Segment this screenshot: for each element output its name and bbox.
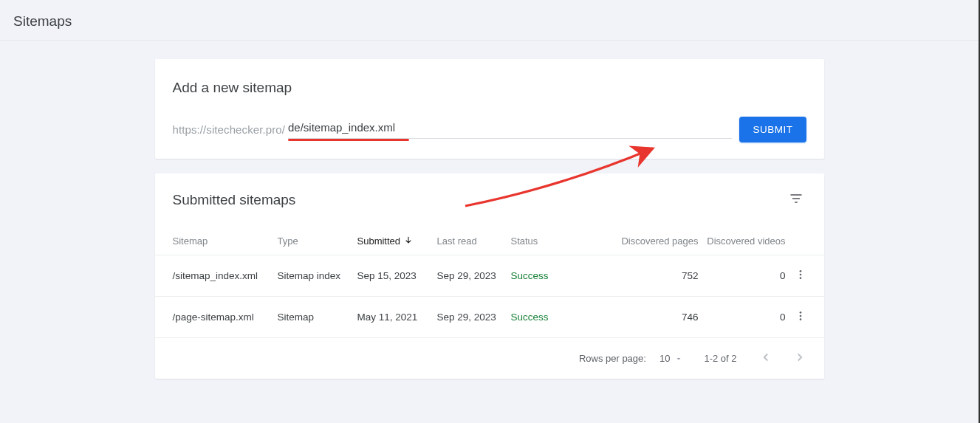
column-header-submitted-label: Submitted bbox=[357, 235, 401, 247]
svg-point-3 bbox=[799, 270, 801, 272]
cell-videos: 0 bbox=[699, 312, 786, 323]
filter-icon[interactable] bbox=[786, 188, 806, 212]
rows-per-page-value: 10 bbox=[659, 353, 670, 364]
cell-submitted: May 11, 2021 bbox=[357, 312, 437, 323]
cell-pages: 746 bbox=[585, 312, 699, 323]
page-title: Sitemaps bbox=[0, 0, 979, 41]
cell-sitemap: /sitemap_index.xml bbox=[173, 270, 278, 281]
cell-type: Sitemap bbox=[278, 312, 357, 323]
annotation-underline bbox=[288, 139, 409, 141]
column-header-sitemap[interactable]: Sitemap bbox=[173, 235, 278, 247]
sitemap-url-field-wrap bbox=[288, 121, 733, 139]
cell-status: Success bbox=[511, 270, 585, 281]
svg-point-5 bbox=[799, 277, 801, 279]
sitemap-url-row: https://sitechecker.pro/ SUBMIT bbox=[173, 117, 806, 142]
dropdown-triangle-icon bbox=[674, 354, 683, 363]
column-header-last-read[interactable]: Last read bbox=[437, 235, 511, 247]
cell-pages: 752 bbox=[585, 270, 699, 281]
cell-videos: 0 bbox=[699, 270, 786, 281]
table-row[interactable]: /sitemap_index.xml Sitemap index Sep 15,… bbox=[155, 255, 824, 296]
svg-point-6 bbox=[799, 312, 801, 314]
sitemap-url-input[interactable] bbox=[288, 121, 733, 138]
submitted-header: Submitted sitemaps bbox=[155, 173, 824, 227]
chevron-left-icon[interactable] bbox=[758, 349, 774, 368]
add-sitemap-card: Add a new sitemap https://sitechecker.pr… bbox=[155, 59, 824, 159]
column-header-pages[interactable]: Discovered pages bbox=[585, 235, 699, 247]
submit-button[interactable]: SUBMIT bbox=[739, 117, 806, 142]
submitted-sitemaps-card: Submitted sitemaps Sitemap Type Submitte… bbox=[155, 173, 824, 379]
column-header-submitted[interactable]: Submitted bbox=[357, 235, 437, 247]
rows-per-page-label: Rows per page: bbox=[579, 353, 646, 364]
url-prefix-label: https://sitechecker.pro/ bbox=[173, 123, 285, 136]
cell-sitemap: /page-sitemap.xml bbox=[173, 312, 278, 323]
cell-actions bbox=[786, 269, 806, 283]
submitted-sitemaps-heading: Submitted sitemaps bbox=[173, 192, 296, 208]
column-header-type[interactable]: Type bbox=[278, 235, 357, 247]
cell-last-read: Sep 29, 2023 bbox=[437, 312, 511, 323]
rows-per-page-select[interactable]: 10 bbox=[659, 353, 683, 364]
cell-last-read: Sep 29, 2023 bbox=[437, 270, 511, 281]
table-header-row: Sitemap Type Submitted Last read Status … bbox=[155, 227, 824, 255]
cell-submitted: Sep 15, 2023 bbox=[357, 270, 437, 281]
chevron-right-icon[interactable] bbox=[792, 349, 808, 368]
cell-type: Sitemap index bbox=[278, 270, 357, 281]
table-footer: Rows per page: 10 1-2 of 2 bbox=[155, 337, 824, 379]
add-sitemap-heading: Add a new sitemap bbox=[173, 80, 806, 96]
arrow-down-icon bbox=[403, 235, 414, 246]
svg-point-8 bbox=[799, 318, 801, 320]
svg-point-4 bbox=[799, 274, 801, 276]
pagination-range: 1-2 of 2 bbox=[704, 353, 736, 364]
cell-actions bbox=[786, 310, 806, 324]
table-row[interactable]: /page-sitemap.xml Sitemap May 11, 2021 S… bbox=[155, 296, 824, 337]
column-header-videos[interactable]: Discovered videos bbox=[699, 235, 786, 247]
more-icon[interactable] bbox=[795, 310, 806, 324]
svg-point-7 bbox=[799, 315, 801, 317]
cell-status: Success bbox=[511, 312, 585, 323]
column-header-status[interactable]: Status bbox=[511, 235, 585, 247]
more-icon[interactable] bbox=[795, 269, 806, 283]
